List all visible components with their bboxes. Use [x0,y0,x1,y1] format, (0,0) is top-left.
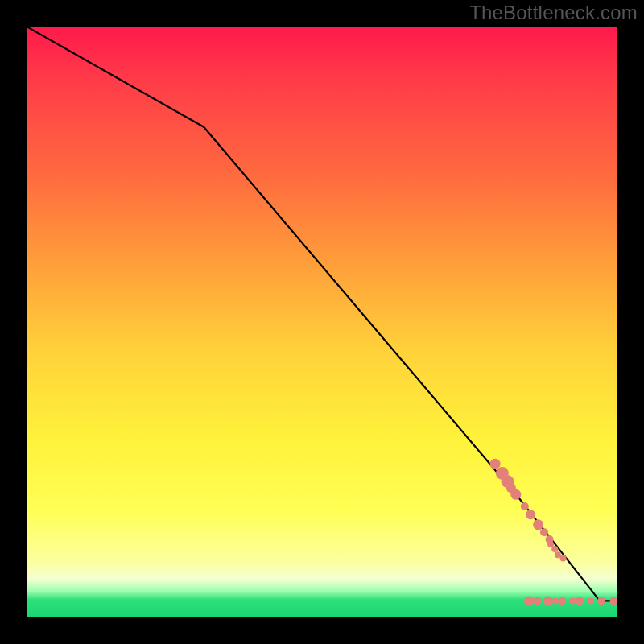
data-point [510,489,521,500]
data-point [588,597,594,604]
data-point [552,597,559,604]
data-point [540,528,548,536]
data-point [610,597,617,605]
data-point [543,596,553,605]
data-point [597,597,605,605]
data-point [490,459,501,469]
data-point [526,510,535,519]
data-point [560,555,567,562]
chart-frame: TheBottleneck.com [0,0,644,644]
data-point [569,597,576,604]
watermark-text: TheBottleneck.com [469,2,638,24]
data-point [576,597,584,605]
data-point [533,519,543,530]
data-point [551,546,558,552]
data-points [490,459,617,606]
data-point [521,502,529,510]
data-point [558,597,566,605]
plot-area [27,27,617,617]
data-point [533,597,541,605]
plot-overlay [27,27,617,617]
data-point [555,551,561,558]
data-point [524,596,534,605]
